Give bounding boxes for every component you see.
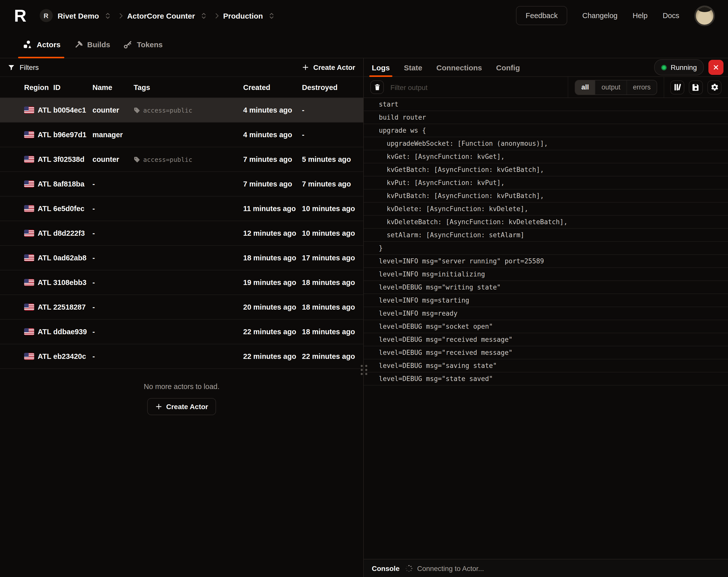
- table-row[interactable]: ATLddbae939-22 minutes ago18 minutes ago: [0, 320, 363, 344]
- gear-icon: [710, 83, 719, 92]
- log-line[interactable]: kvGetBatch: [AsyncFunction: kvGetBatch],: [364, 164, 728, 176]
- save-logs-button[interactable]: [689, 80, 703, 94]
- log-line[interactable]: level=DEBUG msg="socket open": [364, 320, 728, 333]
- log-line[interactable]: level=DEBUG msg="saving state": [364, 359, 728, 372]
- column-header-destroyed: Destroyed: [302, 83, 363, 91]
- books-icon: [673, 83, 681, 92]
- create-actor-button-bottom[interactable]: Create Actor: [147, 398, 216, 415]
- filters-button[interactable]: Filters: [7, 63, 39, 71]
- log-line[interactable]: level=DEBUG msg="received message": [364, 333, 728, 346]
- filter-mode-output[interactable]: output: [595, 80, 627, 94]
- tag-chip: access=public: [134, 106, 243, 114]
- feedback-button[interactable]: Feedback: [516, 6, 567, 25]
- clear-logs-button[interactable]: [370, 80, 384, 94]
- main-tabs: ActorsBuildsTokens: [0, 31, 728, 58]
- table-row[interactable]: ATL3f02538dcounteraccess=public7 minutes…: [0, 147, 363, 172]
- us-flag-icon: [24, 353, 34, 360]
- region-cell: ATL: [24, 352, 53, 360]
- console-bar[interactable]: Console Connecting to Actor...: [364, 559, 728, 577]
- close-button[interactable]: [708, 60, 724, 75]
- created-cell: 11 minutes ago: [243, 205, 302, 212]
- log-line[interactable]: level=DEBUG msg="state saved": [364, 372, 728, 385]
- breadcrumb-item[interactable]: RRivet Demo: [40, 9, 114, 22]
- filter-mode-all[interactable]: all: [575, 80, 595, 94]
- detail-tab-logs[interactable]: Logs: [372, 58, 390, 76]
- breadcrumb-item[interactable]: Production: [223, 11, 278, 20]
- name-cell: -: [93, 180, 134, 188]
- log-line[interactable]: level=INFO msg=initializing: [364, 268, 728, 281]
- detail-tab-state[interactable]: State: [404, 58, 422, 76]
- created-cell: 22 minutes ago: [243, 352, 302, 360]
- region-label: ATL: [38, 131, 51, 139]
- created-cell: 4 minutes ago: [243, 131, 302, 139]
- region-label: ATL: [38, 303, 51, 311]
- panel-resize-handle[interactable]: [360, 364, 368, 376]
- header-link-changelog[interactable]: Changelog: [582, 11, 618, 20]
- detail-tab-connections[interactable]: Connections: [436, 58, 482, 76]
- log-line[interactable]: kvGet: [AsyncFunction: kvGet],: [364, 150, 728, 164]
- detail-tab-config[interactable]: Config: [496, 58, 520, 76]
- log-line[interactable]: level=INFO msg=starting: [364, 294, 728, 307]
- header-link-help[interactable]: Help: [632, 11, 648, 20]
- log-line[interactable]: upgrade ws {: [364, 124, 728, 137]
- avatar[interactable]: [694, 5, 715, 26]
- header-link-docs[interactable]: Docs: [663, 11, 679, 20]
- table-row[interactable]: ATLeb23420c-22 minutes ago22 minutes ago: [0, 344, 363, 369]
- log-line[interactable]: kvDelete: [AsyncFunction: kvDelete],: [364, 203, 728, 216]
- table-row[interactable]: ATLd8d222f3-12 minutes ago10 minutes ago: [0, 221, 363, 246]
- log-line[interactable]: kvDeleteBatch: [AsyncFunction: kvDeleteB…: [364, 216, 728, 229]
- tab-actors[interactable]: Actors: [23, 31, 60, 58]
- caret-updown-icon[interactable]: [268, 12, 276, 19]
- table-row[interactable]: ATL6e5d0fec-11 minutes ago10 minutes ago: [0, 197, 363, 221]
- floppy-save-icon: [692, 83, 700, 91]
- caret-updown-icon[interactable]: [104, 12, 111, 19]
- column-header-id: ID: [53, 83, 93, 91]
- table-row[interactable]: ATL8af818ba-7 minutes ago7 minutes ago: [0, 172, 363, 197]
- log-settings-button[interactable]: [707, 80, 722, 94]
- log-line[interactable]: kvPut: [AsyncFunction: kvPut],: [364, 176, 728, 190]
- log-filter-row: alloutputerrors: [364, 77, 728, 98]
- filter-mode-errors[interactable]: errors: [627, 80, 657, 94]
- log-line[interactable]: kvPutBatch: [AsyncFunction: kvPutBatch],: [364, 190, 728, 203]
- app-root: R RRivet DemoActorCore CounterProduction…: [0, 0, 728, 577]
- table-row[interactable]: ATLb0054ec1counteraccess=public4 minutes…: [0, 98, 363, 123]
- id-cell: eb23420c: [53, 352, 93, 360]
- table-row[interactable]: ATL3108ebb3-19 minutes ago18 minutes ago: [0, 270, 363, 295]
- caret-updown-icon[interactable]: [200, 12, 208, 19]
- table-row[interactable]: ATL0ad62ab8-18 minutes ago17 minutes ago: [0, 246, 363, 270]
- log-line[interactable]: build router: [364, 111, 728, 124]
- filter-modes-section: alloutputerrors: [568, 77, 664, 98]
- us-flag-icon: [24, 230, 34, 237]
- log-line[interactable]: level=DEBUG msg="writing state": [364, 281, 728, 294]
- destroyed-cell: 10 minutes ago: [302, 229, 363, 237]
- table-row[interactable]: ATLb96e97d1manager4 minutes ago-: [0, 123, 363, 147]
- breadcrumb-item[interactable]: ActorCore Counter: [127, 11, 210, 20]
- tab-tokens[interactable]: Tokens: [123, 31, 163, 58]
- trash-icon: [373, 83, 381, 91]
- log-line[interactable]: level=DEBUG msg="received message": [364, 346, 728, 359]
- view-raw-logs-button[interactable]: [670, 80, 684, 94]
- log-line[interactable]: }: [364, 242, 728, 255]
- filters-bar: Filters Create Actor: [0, 58, 363, 77]
- filter-input-section: [364, 77, 568, 98]
- tab-builds[interactable]: Builds: [74, 31, 110, 58]
- tag-icon: [134, 156, 140, 162]
- us-flag-icon: [24, 328, 34, 335]
- log-line[interactable]: start: [364, 98, 728, 111]
- spinner-icon: [405, 564, 413, 572]
- log-line[interactable]: level=INFO msg="server running" port=255…: [364, 255, 728, 268]
- name-cell: -: [93, 303, 134, 311]
- region-cell: ATL: [24, 229, 53, 237]
- filter-output-input[interactable]: [389, 83, 568, 92]
- table-row[interactable]: ATL22518287-20 minutes ago18 minutes ago: [0, 295, 363, 320]
- us-flag-icon: [24, 106, 34, 114]
- region-label: ATL: [38, 180, 51, 188]
- created-cell: 20 minutes ago: [243, 303, 302, 311]
- create-actor-button-top[interactable]: Create Actor: [302, 63, 355, 71]
- log-line[interactable]: level=INFO msg=ready: [364, 307, 728, 320]
- region-cell: ATL: [24, 180, 53, 188]
- region-cell: ATL: [24, 106, 53, 114]
- log-line[interactable]: upgradeWebSocket: [Function (anonymous)]…: [364, 137, 728, 150]
- viewport: R RRivet DemoActorCore CounterProduction…: [0, 0, 728, 577]
- log-line[interactable]: setAlarm: [AsyncFunction: setAlarm]: [364, 229, 728, 242]
